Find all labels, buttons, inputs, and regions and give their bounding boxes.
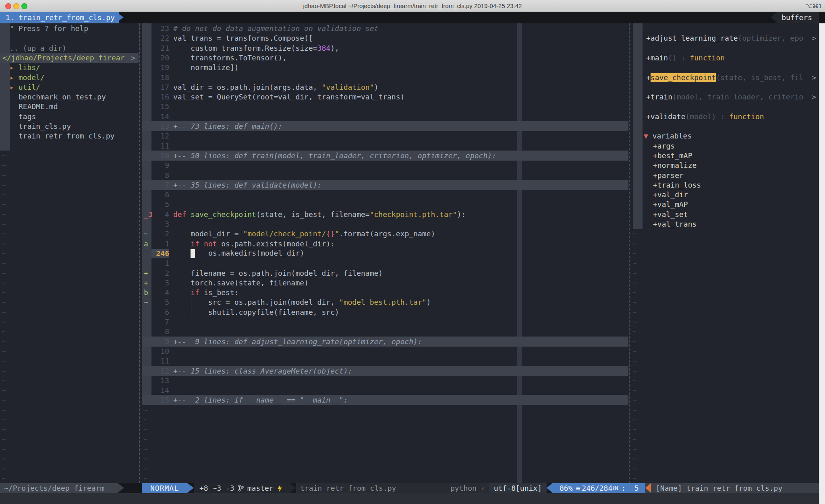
tree-item[interactable]: tags [0,112,139,122]
tag-item[interactable]: +val_mAP [628,199,819,209]
code-line[interactable]: 246 os.makedirs(model_dir) [142,248,628,258]
code-line[interactable]: 15 [142,101,628,112]
code-line[interactable]: 7 [142,317,628,327]
code-line[interactable]: 20 transforms.ToTensor(), [142,53,628,63]
line-number: 9 [151,161,169,169]
tree-item[interactable]: train_retr_from_cls.py [0,131,139,141]
code-line[interactable]: 5 [142,199,628,209]
code-line[interactable]: b4 if is_best: [142,287,628,297]
code-line[interactable]: 11 [142,356,628,366]
code-line[interactable]: 9 [142,160,628,170]
line-number: 1 [151,259,169,267]
line-number: 14 [151,386,169,395]
code-line[interactable]: +2 filename = os.path.join(model_dir, fi… [142,268,628,278]
tag-item[interactable]: +train_loss [628,180,819,190]
folded-code-line[interactable]: 12+-- 15 lines: class AverageMeter(objec… [142,366,628,376]
empty-line-tilde: ~ [0,220,6,228]
tag-item[interactable]: +normalize [628,160,819,170]
tag-item[interactable]: +adjust_learning_rate(optimizer, epo> [628,33,819,43]
code-line[interactable]: 12 [142,131,628,141]
tag-item[interactable]: +args [628,141,819,151]
empty-line-tilde: ~ [628,229,637,238]
line-number: 6 [151,308,169,316]
empty-line-tilde: ~ [628,347,637,355]
code-line[interactable]: _34def save_checkpoint(state, is_best, f… [142,209,628,219]
code-line[interactable]: 8 [142,170,628,180]
empty-line-tilde: ~ [0,161,6,169]
empty-line-tilde: ~ [628,298,637,306]
tag-item[interactable]: +val_dir [628,190,819,200]
folded-code-line[interactable]: 7+-- 35 lines: def validate(model): [142,180,628,190]
line-number: 19 [151,63,169,72]
line-number: 9 [151,337,169,346]
folded-code-line[interactable]: 13+-- 73 lines: def main(): [142,121,628,131]
tree-item[interactable]: benchmark_on_test.py [0,92,139,102]
code-line[interactable]: 1 [142,258,628,268]
empty-line-tilde: ~ [628,386,637,395]
code-line[interactable]: 18 [142,72,628,83]
code-line[interactable]: 10 [142,346,628,356]
code-line[interactable]: 19 normalize]) [142,62,628,72]
empty-line-tilde: ~ [628,337,637,346]
folded-code-line[interactable]: 15+-- 2 lines: if __name__ == "__main__"… [142,395,628,405]
gutter-sign: ~ [144,298,148,306]
tag-item[interactable]: +validate(model) : function [628,112,819,122]
command-line[interactable] [0,493,825,504]
tab-active[interactable]: 1. train_retr_from_cls.py [0,12,119,23]
tree-item[interactable]: " Press ? for help [0,23,139,33]
code-line[interactable]: 21 custom_transform.Resize(size=384), [142,43,628,53]
window-separator-left[interactable] [139,23,140,483]
line-number: 13 [151,122,169,130]
code-line[interactable]: 22val_trans = transforms.Compose([ [142,33,628,43]
tag-item [628,62,819,72]
code-line[interactable]: a1 if not os.path.exists(model_dir): [142,239,628,249]
code-line[interactable]: 14 [142,385,628,395]
tag-item[interactable]: +main() : function [628,53,819,63]
tree-item[interactable]: .. (up a dir) [0,43,139,53]
code-line[interactable]: 23# do not do data augmentation on valid… [142,23,628,33]
tree-item[interactable]: ▸ libs/ [0,62,139,72]
code-line[interactable]: +3 torch.save(state, filename) [142,278,628,288]
window-separator-right[interactable] [629,23,630,483]
tag-item[interactable]: ▼ variables [628,131,819,141]
empty-line-tilde: ~ [142,415,148,424]
empty-line-tilde: ~ [142,465,148,473]
line-number: 5 [151,298,169,306]
code-line[interactable]: 14 [142,112,628,122]
empty-line-tilde: ~ [0,357,6,365]
empty-line-tilde: ~ [0,406,6,414]
line-number: 8 [151,327,169,336]
code-line[interactable]: 13 [142,376,628,386]
empty-line-tilde: ~ [0,298,6,306]
code-line[interactable]: ~2 model_dir = "model/check_point/{}".fo… [142,229,628,239]
code-line[interactable]: 17val_dir = os.path.join(args.data, "val… [142,82,628,92]
code-line[interactable]: ~5 src = os.path.join(model_dir, "model_… [142,297,628,307]
tag-item[interactable]: +train(model, train_loader, criterio> [628,92,819,102]
code-line[interactable]: 11 [142,141,628,151]
tag-item[interactable]: +save_checkpoint(state, is_best, fil> [628,72,819,83]
line-number: 4 [151,288,169,297]
tree-item[interactable]: </jdhao/Projects/deep_firear> [0,53,139,63]
tree-item[interactable]: ▸ model/ [0,72,139,83]
empty-line-tilde: ~ [0,445,6,453]
folded-code-line[interactable]: 9+-- 9 lines: def adjust_learning_rate(o… [142,337,628,347]
tree-item[interactable]: train_cls.py [0,121,139,131]
tag-item[interactable]: +val_set [628,209,819,219]
window-shortcut: ⌥⌘1 [805,2,822,10]
code-line[interactable]: 6 [142,190,628,200]
code-line[interactable]: 6 shutil.copyfile(filename, src) [142,307,628,317]
empty-line-tilde: ~ [0,279,6,287]
tag-item[interactable]: +parser [628,170,819,180]
tag-item[interactable]: +best_mAP [628,151,819,161]
code-line[interactable]: 8 [142,326,628,337]
line-number: 20 [151,54,169,62]
tree-item[interactable]: README.md [0,101,139,112]
folded-code-line[interactable]: 10+-- 50 lines: def train(model, train_l… [142,151,628,161]
tree-item[interactable]: ▸ util/ [0,82,139,92]
code-line[interactable]: 3 [142,219,628,229]
code-line[interactable]: 16val_set = QuerySet(root=val_dir, trans… [142,92,628,102]
scrollbar[interactable] [819,23,825,504]
tag-item[interactable]: +val_trans [628,219,819,229]
empty-line-tilde: ~ [0,229,6,238]
empty-line-tilde: ~ [628,288,637,297]
